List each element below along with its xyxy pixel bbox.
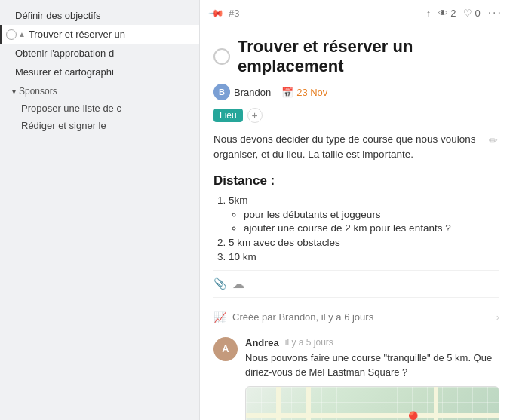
activity-icon: 📈: [213, 311, 226, 323]
arrow-up-action[interactable]: ↑: [426, 8, 432, 19]
cloud-icon[interactable]: ☁: [232, 277, 244, 291]
activity-text: Créée par Brandon, il y a 6 jours: [232, 311, 490, 323]
tag-lieu[interactable]: Lieu: [213, 109, 243, 122]
sponsors-section[interactable]: ▾ Sponsors: [0, 81, 199, 100]
sidebar-item-proposer[interactable]: Proposer une liste de c: [0, 100, 199, 117]
calendar-icon: 📅: [281, 87, 293, 98]
comment-text: Nous pouvons faire une course "tranquill…: [245, 351, 499, 380]
arrow-up-icon: ↑: [426, 8, 432, 19]
sub-list-item: ajouter une course de 2 km pour les enfa…: [244, 222, 499, 234]
sidebar-item-label: Mesurer et cartographi: [15, 66, 114, 78]
content-area: Trouver et réserver un emplacement B Bra…: [200, 26, 513, 420]
hearts-count: 0: [475, 8, 480, 19]
add-tag-button[interactable]: +: [247, 108, 263, 123]
task-number: #3: [229, 8, 239, 19]
pin-icon: 📌: [208, 5, 225, 21]
comment: A Andrea il y a 5 jours Nous pouvons fai…: [213, 337, 499, 421]
sidebar: Définir des objectifs ▲ Trouver et réser…: [0, 0, 200, 420]
arrow-up-icon: ▲: [18, 30, 26, 38]
map-road-v2: [306, 387, 311, 421]
date-meta: 📅 23 Nov: [281, 87, 327, 98]
description: Nous devons décider du type de course qu…: [213, 132, 499, 163]
author-name: Brandon: [234, 87, 271, 98]
comment-author: Andrea: [245, 337, 279, 348]
sidebar-item-label: Proposer une liste de c: [21, 103, 121, 114]
sidebar-item-label: Trouver et réserver un: [29, 29, 125, 40]
sub-list: pour les débutants et joggeurs ajouter u…: [229, 209, 499, 234]
map-road-v: [276, 387, 281, 421]
radio-icon: [6, 29, 17, 40]
heart-icon: ♡: [463, 8, 472, 19]
distance-title: Distance :: [213, 173, 499, 189]
task-meta: B Brandon 📅 23 Nov: [213, 84, 499, 100]
activity-row[interactable]: 📈 Créée par Brandon, il y a 6 jours ›: [213, 305, 499, 330]
list-item: 5 km avec des obstacles: [229, 237, 499, 248]
topbar: 📌 #3 ↑ 👁 2 ♡ 0 ···: [200, 0, 513, 26]
views-count: 2: [450, 8, 456, 19]
attachment-row: 📎 ☁: [213, 270, 499, 298]
list-item: 10 km: [229, 251, 499, 262]
edit-icon[interactable]: ✏: [487, 132, 499, 150]
description-text: Nous devons décider du type de course qu…: [213, 132, 487, 163]
author-meta: B Brandon: [213, 84, 271, 100]
task-title-row: Trouver et réserver un emplacement: [213, 37, 499, 76]
section-arrow-icon: ▾: [12, 87, 16, 96]
sponsors-label: Sponsors: [19, 86, 57, 97]
topbar-actions: ↑ 👁 2 ♡ 0 ···: [426, 6, 502, 20]
sidebar-item-label: Rédiger et signer le: [21, 120, 106, 131]
comment-section: A Andrea il y a 5 jours Nous pouvons fai…: [213, 330, 499, 421]
comment-avatar: A: [213, 337, 238, 361]
sidebar-item-obtenir[interactable]: Obtenir l'approbation d: [0, 44, 199, 63]
views-action[interactable]: 👁 2: [438, 8, 456, 19]
hearts-action[interactable]: ♡ 0: [463, 8, 480, 19]
comment-body: Andrea il y a 5 jours Nous pouvons faire…: [245, 337, 499, 421]
map-pin-icon: 📍: [403, 411, 423, 421]
sidebar-item-trouver[interactable]: ▲ Trouver et réserver un: [0, 25, 199, 44]
more-menu-button[interactable]: ···: [488, 6, 502, 20]
chevron-right-icon: ›: [496, 311, 499, 323]
sidebar-item-label: Obtenir l'approbation d: [15, 48, 114, 59]
map-road-h: [246, 413, 499, 418]
distance-list: 5km pour les débutants et joggeurs ajout…: [213, 195, 499, 262]
sidebar-item-definir[interactable]: Définir des objectifs: [0, 6, 199, 25]
map-preview: 📍 Mel Lastman Square Rink: [245, 386, 499, 421]
sidebar-item-icons: ▲: [6, 29, 26, 40]
map-road-v3: [434, 387, 438, 421]
sidebar-item-label: Définir des objectifs: [15, 10, 100, 21]
attach-icon[interactable]: 📎: [213, 277, 226, 290]
main-panel: 📌 #3 ↑ 👁 2 ♡ 0 ··· Trouver et réserver u…: [200, 0, 513, 420]
eye-icon: 👁: [438, 8, 448, 19]
task-title: Trouver et réserver un emplacement: [238, 37, 499, 76]
comment-time: il y a 5 jours: [285, 337, 333, 348]
sidebar-item-mesurer[interactable]: Mesurer et cartographi: [0, 63, 199, 81]
task-date: 23 Nov: [296, 87, 327, 98]
list-item: 5km pour les débutants et joggeurs ajout…: [229, 195, 499, 234]
task-status-circle[interactable]: [213, 48, 230, 65]
sidebar-item-rediger[interactable]: Rédiger et signer le: [0, 117, 199, 134]
tags-row: Lieu +: [213, 108, 499, 123]
list-item-text: 5km: [229, 195, 248, 206]
sub-list-item: pour les débutants et joggeurs: [244, 209, 499, 220]
avatar: B: [213, 84, 230, 100]
comment-header: Andrea il y a 5 jours: [245, 337, 499, 348]
more-icon: ···: [488, 6, 502, 20]
